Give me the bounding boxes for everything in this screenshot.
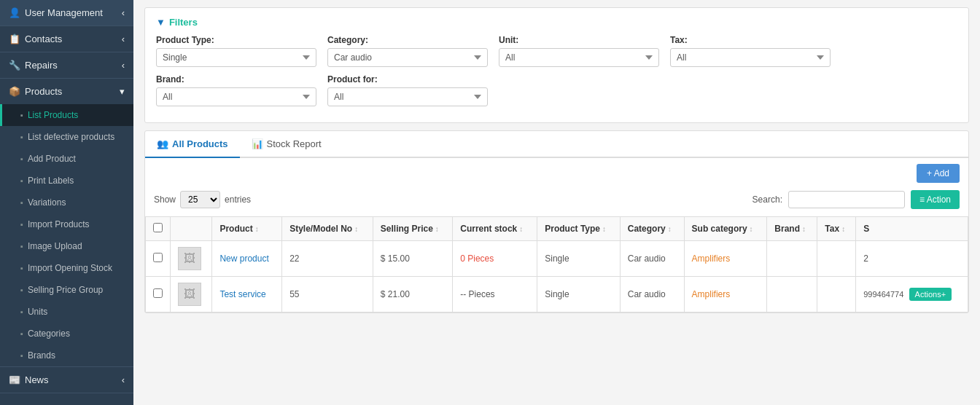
sidebar-label-products: Products	[25, 86, 62, 97]
sidebar-item-selling-price-group[interactable]: ▪Selling Price Group	[0, 279, 133, 301]
sort-stock-icon[interactable]: ↕	[519, 225, 523, 233]
row2-checkbox[interactable]	[153, 288, 163, 298]
filter-product-type-select[interactable]: SingleVariableCombo	[156, 48, 316, 67]
sidebar-section-user-management: 👤User Management ‹	[0, 0, 133, 26]
row2-subcategory-link[interactable]: Amplifiers	[692, 289, 731, 299]
filter-tax-select[interactable]: All	[670, 48, 831, 67]
stock-report-tab-icon: 📊	[252, 138, 263, 149]
sidebar-label-user-management: User Management	[25, 7, 103, 18]
filter-unit: Unit: All	[499, 35, 659, 67]
sidebar-item-brands[interactable]: ▪Brands	[0, 345, 133, 366]
sidebar-item-import-opening-stock[interactable]: ▪Import Opening Stock	[0, 257, 133, 279]
table-row: 🖼 New product 22 $ 15.00 0 Pieces Single…	[146, 241, 968, 277]
row2-price-cell: $ 21.00	[373, 277, 452, 312]
sidebar-header-products[interactable]: 📦Products ▾	[0, 79, 133, 104]
row2-thumb-cell: 🖼	[171, 277, 212, 312]
col-thumb	[171, 217, 212, 241]
sidebar-item-print-labels[interactable]: ▪Print Labels	[0, 170, 133, 192]
sort-style-icon[interactable]: ↕	[354, 225, 358, 233]
row2-tax-cell	[817, 277, 856, 312]
sidebar-header-user-management[interactable]: 👤User Management ‹	[0, 0, 133, 25]
sidebar-item-image-upload[interactable]: ▪Image Upload	[0, 235, 133, 257]
sidebar-header-news[interactable]: 📰News ‹	[0, 367, 133, 393]
search-area: Search: ≡ Action	[752, 190, 960, 209]
row1-product-link[interactable]: New product	[219, 253, 268, 264]
table-container: Product↕ Style/Model No↕ Selling Price↕ …	[145, 216, 968, 312]
filter-brand-label: Brand:	[156, 74, 316, 84]
tab-all-products[interactable]: 👥 All Products	[145, 131, 240, 158]
sort-tax-icon[interactable]: ↕	[841, 225, 845, 233]
sidebar-item-import-products[interactable]: ▪Import Products	[0, 213, 133, 235]
sort-subcat-icon[interactable]: ↕	[750, 225, 753, 233]
row2-actions-button[interactable]: Actions+	[909, 288, 952, 301]
add-button-row: + Add	[145, 158, 968, 183]
filter-product-for-select[interactable]: All	[327, 87, 488, 106]
list-defective-icon: ▪	[20, 133, 23, 141]
sidebar-item-units[interactable]: ▪Units	[0, 301, 133, 323]
filter-product-for-label: Product for:	[327, 74, 488, 84]
row1-s-cell: 2	[856, 241, 968, 277]
chevron-icon-repairs: ‹	[122, 60, 125, 71]
filter-unit-select[interactable]: All	[499, 48, 659, 67]
row1-thumb-cell: 🖼	[171, 241, 212, 277]
row2-checkbox-cell	[146, 277, 171, 312]
sidebar-item-categories[interactable]: ▪Categories	[0, 323, 133, 345]
sidebar-header-contacts[interactable]: 📋Contacts ‹	[0, 26, 133, 52]
row1-subcategory-link[interactable]: Amplifiers	[692, 253, 731, 264]
brands-icon: ▪	[20, 351, 23, 360]
sidebar-item-list-defective[interactable]: ▪List defective products	[0, 126, 133, 148]
filter-tax-label: Tax:	[670, 35, 831, 45]
sort-price-icon[interactable]: ↕	[435, 225, 439, 233]
tabs-panel: 👥 All Products 📊 Stock Report + Add Show…	[144, 130, 969, 313]
sort-product-icon[interactable]: ↕	[255, 225, 259, 233]
chevron-icon-products: ▾	[120, 86, 125, 97]
row2-brand-cell	[767, 277, 817, 312]
col-current-stock: Current stock↕	[453, 217, 537, 241]
col-checkbox	[146, 217, 171, 241]
tab-stock-report[interactable]: 📊 Stock Report	[240, 131, 333, 158]
filter-category: Category: Car audioAll	[327, 35, 488, 67]
table-toolbar: Show 102550100 entries Search: ≡ Action	[145, 183, 968, 216]
row2-stock-cell: -- Pieces	[453, 277, 537, 312]
row1-thumbnail: 🖼	[178, 247, 201, 270]
select-all-checkbox[interactable]	[153, 223, 163, 232]
filter-icon: ▼	[156, 17, 166, 28]
sidebar-section-news: 📰News ‹	[0, 367, 133, 393]
row2-style-cell: 55	[282, 277, 373, 312]
row1-style-cell: 22	[282, 241, 373, 277]
col-product: Product↕	[212, 217, 282, 241]
row2-product-cell: Test service	[212, 277, 282, 312]
col-category: Category↕	[620, 217, 684, 241]
row2-product-link[interactable]: Test service	[219, 289, 265, 299]
sidebar-item-list-products[interactable]: ▪List Products	[0, 104, 133, 126]
units-icon: ▪	[20, 307, 23, 316]
categories-icon: ▪	[20, 329, 23, 338]
row2-category-cell: Car audio	[620, 277, 684, 312]
sidebar-header-repairs[interactable]: 🔧Repairs ‹	[0, 52, 133, 78]
search-input[interactable]	[788, 191, 905, 208]
filter-category-select[interactable]: Car audioAll	[327, 48, 488, 67]
all-products-tab-icon: 👥	[157, 138, 168, 149]
row1-checkbox[interactable]	[153, 253, 163, 262]
sidebar-section-repairs: 🔧Repairs ‹	[0, 52, 133, 79]
filter-tax: Tax: All	[670, 35, 831, 67]
repairs-icon: 🔧	[9, 60, 20, 71]
entries-select[interactable]: 102550100	[180, 191, 220, 208]
sidebar-item-add-product[interactable]: ▪Add Product	[0, 148, 133, 170]
sort-brand-icon[interactable]: ↕	[802, 225, 806, 233]
filter-brand-select[interactable]: All	[156, 87, 316, 106]
row1-brand-cell	[767, 241, 817, 277]
sort-category-icon[interactable]: ↕	[668, 225, 672, 233]
user-management-icon: 👤	[9, 7, 20, 18]
sidebar-item-variations[interactable]: ▪Variations	[0, 192, 133, 213]
row2-s-value: 999464774	[863, 290, 903, 299]
show-entries: Show 102550100 entries	[154, 191, 251, 208]
sidebar-label-repairs: Repairs	[25, 60, 58, 71]
add-product-button[interactable]: + Add	[917, 164, 960, 183]
sort-type-icon[interactable]: ↕	[602, 225, 606, 233]
action-button[interactable]: ≡ Action	[911, 190, 960, 209]
row1-checkbox-cell	[146, 241, 171, 277]
import-icon: ▪	[20, 220, 23, 229]
contacts-icon: 📋	[9, 34, 20, 44]
list-icon: ▪	[20, 111, 23, 119]
